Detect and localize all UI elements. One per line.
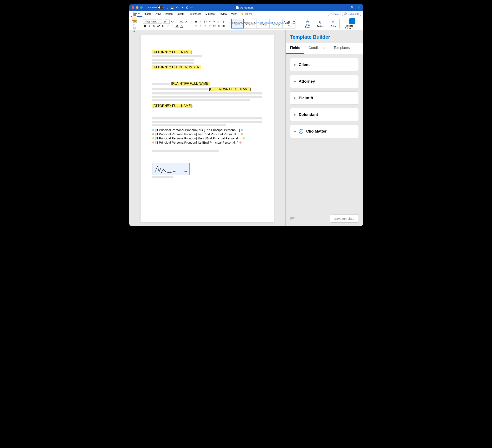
conditional-pronoun-row[interactable]: [If Principal Persona Pronoun] their [En… — [152, 137, 262, 140]
clear-formatting-icon[interactable]: A̷ — [184, 20, 188, 23]
cut-icon[interactable]: ✂ — [133, 24, 136, 26]
justify-icon[interactable]: ≡ — [208, 24, 212, 28]
superscript-button[interactable]: x² — [166, 24, 170, 28]
signature-box[interactable] — [152, 163, 190, 175]
home-icon[interactable]: ⌂ — [167, 6, 168, 9]
conditional-pronoun-row[interactable]: [If Principal Persona Pronoun] its [End … — [152, 141, 262, 144]
tell-me-search[interactable]: 💡 Tell me — [241, 12, 253, 15]
panel-tab-conditions[interactable]: Conditions — [304, 43, 329, 54]
bold-button[interactable]: B — [143, 24, 147, 28]
tab-review[interactable]: Review — [217, 11, 229, 17]
style-no-spacing[interactable]: AaBbCcDdEeNo Spacing — [244, 19, 257, 29]
merge-field-attorney-name[interactable]: [ATTORNEY FULL NAME] — [152, 50, 192, 54]
strikethrough-button[interactable]: ab — [157, 24, 161, 28]
document-pane[interactable]: [ATTORNEY FULL NAME] [ATTORNEY PHONE NUM… — [129, 30, 286, 226]
bullet-list-icon[interactable]: ≣ — [194, 20, 198, 23]
tab-references[interactable]: References — [186, 11, 203, 17]
font-color-icon[interactable]: A — [180, 24, 184, 28]
field-group-client[interactable]: ▶Client — [290, 58, 359, 71]
sort-icon[interactable]: A↓ — [217, 20, 221, 23]
conditional-pronoun-row[interactable]: [If Principal Personal Pronoun] his [End… — [152, 128, 262, 132]
styles-pane-button[interactable]: A Styles Pane — [303, 18, 311, 29]
autosave-control[interactable]: AutoSave OFF — [147, 6, 164, 9]
change-case-icon[interactable]: Aa — [180, 20, 184, 23]
autosave-toggle[interactable]: OFF — [158, 6, 164, 9]
merge-field-attorney-phone[interactable]: [ATTORNEY PHONE NUMBER] — [152, 65, 201, 69]
highlight-icon[interactable]: ab — [175, 24, 179, 28]
subscript-button[interactable]: x₂ — [161, 24, 165, 28]
template-builder-ribbon-button[interactable]: ✓ Template Builder — [343, 18, 361, 29]
zoom-window-button[interactable] — [140, 6, 143, 9]
paste-button[interactable]: Paste — [132, 15, 137, 23]
italic-button[interactable]: I — [148, 24, 151, 28]
merge-field-defendant[interactable]: [DEFENDANT FULL NAME] — [209, 87, 251, 91]
align-left-icon[interactable]: ≡ — [194, 24, 198, 28]
editor-button[interactable]: ✎ Editor — [329, 18, 337, 29]
field-group-clio-matter[interactable]: ▶✓Clio Matter — [290, 125, 359, 138]
tab-design[interactable]: Design — [163, 11, 175, 17]
number-list-icon[interactable]: ≡ — [199, 20, 202, 23]
tab-draw[interactable]: Draw — [153, 11, 163, 17]
panel-tabs: FieldsConditionsTemplates — [286, 43, 363, 54]
search-icon[interactable]: 🔍 — [350, 6, 354, 9]
show-marks-icon[interactable]: ¶ — [222, 20, 225, 23]
tab-view[interactable]: View — [229, 11, 239, 17]
multilevel-list-icon[interactable]: ⋮≡ — [203, 20, 207, 23]
document-page[interactable]: [ATTORNEY FULL NAME] [ATTORNEY PHONE NUM… — [141, 35, 274, 222]
account-icon[interactable]: 👤 — [357, 6, 360, 9]
editor-icon: ✎ — [331, 20, 335, 25]
panel-menu-icon[interactable] — [290, 217, 295, 220]
text-effects-icon[interactable]: A — [171, 24, 174, 28]
document-title[interactable]: 📄 Agreement ⌄ — [236, 6, 256, 9]
window-controls — [132, 6, 143, 9]
decrease-indent-icon[interactable]: ⇤ — [208, 20, 212, 23]
share-button[interactable]: ↗Share — [328, 12, 340, 16]
borders-icon[interactable]: ▦ — [222, 24, 225, 28]
condition-end-icon — [243, 137, 245, 139]
tab-mailings[interactable]: Mailings — [204, 11, 217, 17]
conditional-pronoun-row[interactable]: [If Principal Persona Pronoun] her [End … — [152, 132, 262, 136]
field-group-plaintiff[interactable]: ▶Plaintiff — [290, 91, 359, 105]
copy-icon[interactable]: 📋 — [133, 27, 136, 30]
redo-icon[interactable]: ↷ — [181, 6, 183, 9]
style-heading-2[interactable]: AaBbCcDdEeHeading 2 — [270, 19, 283, 29]
shading-icon[interactable]: ◇ — [217, 24, 221, 28]
comment-icon: 💬 — [344, 12, 347, 15]
merge-field-attorney-name-2[interactable]: [ATTORNEY FULL NAME] — [152, 104, 192, 108]
condition-end-icon — [239, 141, 242, 144]
align-center-icon[interactable]: ≡ — [199, 24, 202, 28]
merge-field-plaintiff[interactable]: [PLAINTIFF FULL NAME] — [171, 81, 210, 86]
tab-insert[interactable]: Insert — [143, 11, 153, 17]
close-window-button[interactable] — [132, 6, 134, 9]
style-title[interactable]: AaBbCTitle — [283, 19, 296, 29]
styles-pane-icon: A — [306, 19, 309, 23]
field-group-attorney[interactable]: ▶Attorney — [290, 75, 359, 88]
field-group-label: Defendant — [299, 112, 318, 117]
increase-indent-icon[interactable]: ⇥ — [212, 20, 216, 23]
decrease-font-icon[interactable]: A↓ — [175, 20, 179, 23]
condition-start-icon — [152, 129, 154, 131]
font-size-select[interactable] — [163, 20, 170, 24]
panel-tab-templates[interactable]: Templates — [329, 43, 354, 54]
align-right-icon[interactable]: ≡ — [203, 24, 207, 28]
save-icon[interactable]: 💾 — [171, 6, 174, 9]
comments-button[interactable]: 💬Comments — [342, 12, 361, 16]
undo-icon[interactable]: ↶ — [176, 6, 179, 9]
ribbon: Paste ✂ 📋 🖌 A↑ A↓ Aa A̷ B I U ab — [129, 17, 363, 30]
minimize-window-button[interactable] — [136, 6, 138, 9]
tab-layout[interactable]: Layout — [175, 11, 186, 17]
styles-more-icon[interactable]: › — [298, 22, 302, 26]
font-name-select[interactable] — [143, 20, 162, 24]
clio-icon: ✓ — [299, 129, 303, 134]
increase-font-icon[interactable]: A↑ — [171, 20, 174, 23]
style-normal[interactable]: AaBbCcDdEeNormal — [231, 19, 244, 29]
line-spacing-icon[interactable]: ↕≡ — [212, 24, 216, 28]
panel-tab-fields[interactable]: Fields — [286, 43, 304, 54]
more-icon[interactable]: ⋯ — [190, 6, 193, 9]
print-icon[interactable]: 🖨 — [185, 6, 188, 9]
underline-button[interactable]: U — [152, 24, 156, 28]
style-heading-1[interactable]: AaBbCcDcHeading 1 — [257, 19, 270, 29]
field-group-defendant[interactable]: ▶Defendant — [290, 108, 359, 121]
dictate-button[interactable]: 🎙 Dictate — [316, 18, 325, 29]
save-template-button[interactable]: Save template — [330, 215, 359, 223]
